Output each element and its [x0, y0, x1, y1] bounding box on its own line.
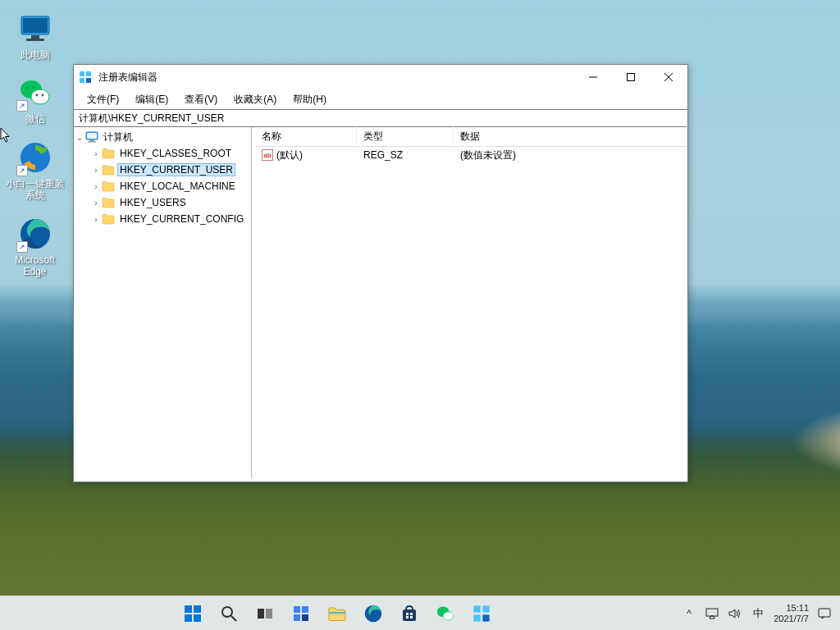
svg-point-9: [41, 94, 43, 97]
tree-root[interactable]: ⌄ 计算机: [74, 129, 251, 145]
wechat-icon: [436, 604, 455, 623]
menu-item-0[interactable]: 文件(F): [79, 90, 127, 109]
explorer-icon: [327, 605, 347, 623]
menu-item-4[interactable]: 帮助(H): [285, 90, 335, 109]
taskbar-search-button[interactable]: [213, 598, 244, 629]
titlebar[interactable]: 注册表编辑器: [74, 65, 687, 89]
edge-icon: [363, 604, 383, 623]
column-type[interactable]: 类型: [357, 126, 454, 147]
svg-point-8: [35, 94, 38, 97]
collapse-icon[interactable]: ⌄: [74, 133, 85, 142]
svg-rect-32: [258, 609, 264, 619]
notifications-button[interactable]: [817, 606, 832, 621]
desktop-icon-edge[interactable]: ↗Microsoft Edge: [4, 213, 66, 281]
desktop-icon-this-pc[interactable]: 此电脑: [4, 8, 66, 64]
svg-rect-16: [80, 78, 84, 83]
ime-indicator[interactable]: 中: [751, 606, 765, 621]
taskbar-regedit-button[interactable]: [466, 598, 497, 629]
svg-rect-29: [194, 614, 201, 622]
menu-item-2[interactable]: 查看(V): [176, 90, 226, 109]
taskbar-taskview-button[interactable]: [249, 598, 281, 629]
svg-rect-35: [302, 606, 308, 613]
svg-rect-38: [329, 612, 345, 614]
taskbar-widgets-button[interactable]: [285, 598, 317, 629]
svg-rect-23: [87, 133, 97, 139]
svg-point-6: [25, 87, 29, 90]
close-button[interactable]: [650, 65, 687, 89]
network-icon[interactable]: [705, 606, 719, 621]
svg-rect-37: [302, 614, 308, 621]
regedit-icon: [472, 605, 491, 623]
value-row[interactable]: ab(默认)REG_SZ(数值未设置): [255, 147, 687, 163]
svg-rect-52: [819, 609, 830, 617]
pc-icon: [18, 11, 52, 46]
taskbar-edge-button[interactable]: [358, 598, 389, 629]
menubar: 文件(F)编辑(E)查看(V)收藏夹(A)帮助(H): [74, 89, 687, 109]
search-icon: [220, 605, 238, 623]
folder-icon: [102, 196, 115, 209]
taskbar-store-button[interactable]: [394, 598, 425, 629]
tree-item-hkey-local-machine[interactable]: ›HKEY_LOCAL_MACHINE: [90, 178, 251, 194]
taskbar-wechat-button[interactable]: [430, 598, 461, 629]
tree-item-hkey-current-user[interactable]: ›HKEY_CURRENT_USER: [90, 162, 251, 178]
svg-rect-17: [86, 78, 91, 83]
clock-date: 2021/7/7: [774, 614, 809, 624]
svg-rect-47: [473, 605, 480, 612]
clock[interactable]: 15:11 2021/7/7: [774, 603, 809, 623]
tree-item-label: HKEY_USERS: [118, 197, 188, 208]
desktop-icon-wechat[interactable]: ↗微信: [4, 72, 66, 128]
svg-rect-43: [406, 616, 409, 619]
svg-rect-25: [88, 142, 96, 143]
list-pane[interactable]: 名称 类型 数据 ab(默认)REG_SZ(数值未设置): [255, 127, 687, 478]
expand-icon[interactable]: ›: [90, 166, 102, 175]
taskbar-explorer-button[interactable]: [322, 598, 353, 629]
svg-point-30: [222, 607, 232, 617]
svg-rect-27: [194, 605, 201, 613]
column-data[interactable]: 数据: [454, 126, 687, 147]
menu-item-3[interactable]: 收藏夹(A): [226, 90, 285, 109]
regedit-icon: [79, 71, 92, 84]
desktop-icon-label: 小白一键重装系统: [4, 178, 66, 202]
expand-icon[interactable]: ›: [90, 182, 102, 191]
tree-pane[interactable]: ⌄ 计算机 ›HKEY_CLASSES_ROOT›HKEY_CURRENT_US…: [74, 127, 252, 478]
svg-rect-19: [628, 74, 635, 81]
tray-overflow-button[interactable]: ^: [682, 606, 696, 621]
svg-rect-50: [482, 614, 489, 621]
store-icon: [400, 605, 418, 623]
desktop-icon-xiaobai[interactable]: ↗小白一键重装系统: [4, 137, 66, 205]
value-name-cell: ab(默认): [255, 148, 357, 162]
column-name[interactable]: 名称: [255, 126, 357, 147]
menu-item-1[interactable]: 编辑(E): [127, 90, 176, 109]
taskbar-center: [0, 598, 673, 629]
tree-root-label: 计算机: [102, 130, 135, 144]
tree-item-label: HKEY_CURRENT_CONFIG: [118, 213, 245, 225]
svg-rect-3: [26, 39, 44, 41]
tree-item-hkey-current-config[interactable]: ›HKEY_CURRENT_CONFIG: [90, 211, 251, 227]
value-type-cell: REG_SZ: [357, 149, 454, 161]
taskview-icon: [256, 605, 274, 623]
expand-icon[interactable]: ›: [90, 199, 102, 208]
taskbar: ^ 中 15:11 2021/7/7: [0, 596, 840, 630]
desktop[interactable]: 此电脑↗微信↗小白一键重装系统↗Microsoft Edge 注册表编辑器 文件…: [0, 0, 840, 630]
shortcut-arrow-icon: ↗: [16, 100, 28, 112]
system-tray: ^ 中 15:11 2021/7/7: [673, 603, 840, 623]
string-value-icon: ab: [262, 149, 273, 161]
minimize-button[interactable]: [574, 65, 612, 89]
maximize-button[interactable]: [612, 65, 650, 89]
address-bar[interactable]: [74, 109, 687, 127]
tree-item-hkey-classes-root[interactable]: ›HKEY_CLASSES_ROOT: [90, 145, 251, 162]
taskbar-start-button[interactable]: [177, 598, 208, 629]
folder-icon: [102, 180, 115, 193]
svg-rect-33: [266, 609, 272, 619]
expand-icon[interactable]: ›: [90, 215, 102, 224]
volume-icon[interactable]: [728, 606, 742, 621]
expand-icon[interactable]: ›: [90, 149, 102, 158]
xiaobai-icon: ↗: [18, 140, 52, 175]
svg-rect-15: [86, 71, 91, 76]
value-data-cell: (数值未设置): [454, 148, 687, 162]
svg-rect-44: [410, 616, 413, 619]
regedit-window: 注册表编辑器 文件(F)编辑(E)查看(V)收藏夹(A)帮助(H) ⌄ 计算机 …: [73, 64, 688, 482]
svg-line-31: [231, 616, 236, 621]
tree-item-hkey-users[interactable]: ›HKEY_USERS: [90, 194, 251, 211]
list-header: 名称 类型 数据: [255, 127, 687, 147]
